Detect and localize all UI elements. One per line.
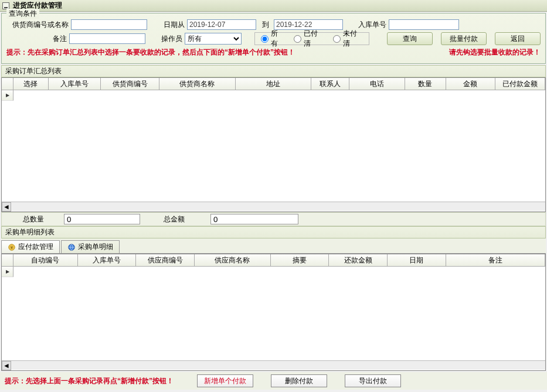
column-header[interactable]: 电话 [349, 78, 405, 90]
operator-select[interactable]: 所有 [185, 33, 242, 45]
date-from-input[interactable] [187, 19, 256, 30]
scroll-left-icon[interactable]: ◄ [2, 361, 11, 370]
column-header[interactable]: 数量 [405, 78, 446, 90]
query-legend: 查询条件 [6, 9, 39, 19]
operator-label: 操作员 [156, 34, 185, 44]
total-amount-value [210, 214, 298, 224]
delete-payment-button[interactable]: 删除付款 [271, 374, 327, 387]
hint-left: 提示：先在采购订单汇总列表中选择一条要收款的记录，然后点下面的“新增单个付款”按… [6, 47, 295, 57]
column-header[interactable]: 供应商编号 [136, 254, 195, 266]
batch-pay-button[interactable]: 批量付款 [441, 32, 487, 45]
remark-input[interactable] [69, 33, 145, 44]
summary-grid[interactable]: 选择入库单号供货商编号供货商名称地址联系人电话数量金额已付款金额 ◄ [1, 77, 546, 212]
scroll-left-icon[interactable]: ◄ [2, 202, 11, 212]
column-header[interactable] [2, 254, 13, 266]
date-from-label: 日期从 [158, 20, 187, 30]
bottom-bar: 提示：先选择上面一条采购记录再点“新增付款”按钮！ 新增单个付款 删除付款 导出… [0, 372, 547, 390]
detail-tabs: ¥ 应付款管理 采购单明细 [1, 238, 546, 254]
column-header[interactable]: 金额 [446, 78, 496, 90]
column-header[interactable]: 入库单号 [49, 78, 101, 90]
column-header[interactable]: 还款金额 [329, 254, 388, 266]
total-qty-label: 总数量 [5, 214, 64, 224]
status-radio-group: 所有 已付清 未付清 [254, 32, 369, 45]
globe-icon [67, 243, 76, 251]
column-header[interactable]: 已付款金额 [495, 78, 545, 90]
tab-detail[interactable]: 采购单明细 [61, 240, 120, 253]
svg-text:¥: ¥ [11, 245, 13, 249]
export-payment-button[interactable]: 导出付款 [345, 374, 401, 387]
supplier-input[interactable] [71, 19, 147, 30]
row-marker-icon [2, 90, 13, 101]
column-header[interactable]: 供货商编号 [101, 78, 159, 90]
total-qty-value [64, 214, 140, 224]
column-header[interactable]: 入库单号 [78, 254, 137, 266]
inbound-no-input[interactable] [389, 19, 459, 30]
column-header[interactable]: 联系人 [311, 78, 349, 90]
remark-label: 备注 [6, 34, 69, 44]
window-titlebar: 进货应付款管理 [0, 0, 547, 12]
query-button[interactable]: 查询 [387, 32, 433, 45]
inbound-no-label: 入库单号 [354, 20, 389, 30]
money-icon: ¥ [8, 243, 16, 251]
hint-bottom: 提示：先选择上面一条采购记录再点“新增付款”按钮！ [5, 376, 174, 386]
status-paid[interactable]: 已付清 [294, 29, 324, 49]
column-header[interactable]: 供应商名称 [195, 254, 271, 266]
totals-bar: 总数量 总金额 [1, 212, 546, 226]
status-unpaid[interactable]: 未付清 [333, 29, 363, 49]
column-header[interactable] [2, 78, 13, 90]
detail-grid[interactable]: 自动编号入库单号供应商编号供应商名称摘要还款金额日期备注 ◄ [1, 254, 546, 371]
column-header[interactable]: 自动编号 [13, 254, 78, 266]
detail-grid-scrollbar[interactable]: ◄ [2, 360, 545, 370]
column-header[interactable]: 摘要 [271, 254, 329, 266]
summary-grid-header: 选择入库单号供货商编号供货商名称地址联系人电话数量金额已付款金额 [2, 78, 545, 90]
summary-grid-scrollbar[interactable]: ◄ [2, 202, 545, 211]
column-header[interactable]: 地址 [236, 78, 312, 90]
detail-grid-header: 自动编号入库单号供应商编号供应商名称摘要还款金额日期备注 [2, 254, 545, 267]
grid2-title: 采购单明细列表 [1, 226, 546, 238]
column-header[interactable]: 供货商名称 [159, 78, 236, 90]
query-fieldset: 查询条件 供货商编号或名称 日期从 到 入库单号 备注 操作员 所有 所有 已付… [1, 13, 546, 64]
date-to-label: 到 [262, 20, 271, 30]
minimize-icon[interactable] [2, 2, 9, 9]
tab-payable[interactable]: ¥ 应付款管理 [1, 240, 60, 253]
row-marker-icon [2, 267, 13, 277]
add-payment-button[interactable]: 新增单个付款 [197, 374, 253, 387]
column-header[interactable]: 日期 [388, 254, 446, 266]
status-all[interactable]: 所有 [261, 29, 284, 49]
back-button[interactable]: 返回 [495, 32, 541, 45]
hint-right: 请先钩选要批量收款的记录！ [449, 47, 541, 57]
column-header[interactable]: 选择 [13, 78, 49, 90]
supplier-label: 供货商编号或名称 [6, 20, 71, 30]
grid1-title: 采购订单汇总列表 [1, 65, 546, 77]
total-amount-label: 总金额 [140, 214, 210, 224]
column-header[interactable]: 备注 [446, 254, 545, 266]
